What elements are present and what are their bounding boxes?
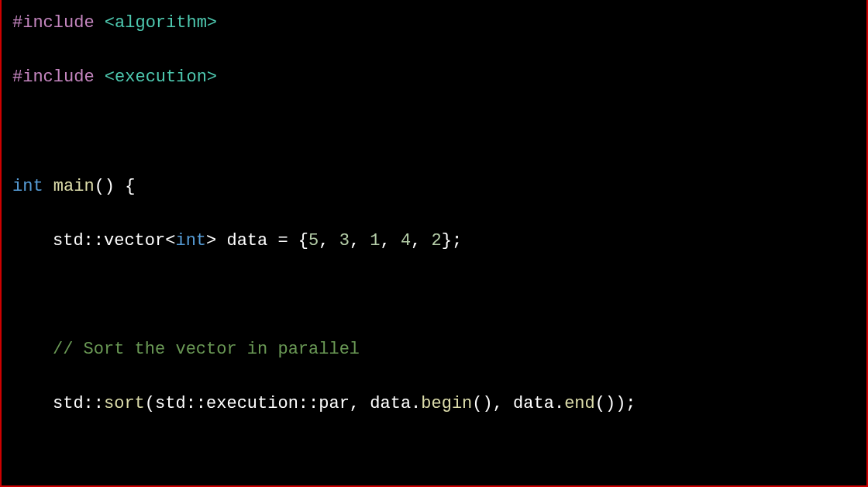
keyword: int — [12, 177, 43, 196]
text: std::vector< — [53, 231, 175, 250]
comment: // Sort the vector in parallel — [53, 340, 360, 359]
text: () { — [95, 177, 136, 196]
number: 5 — [308, 231, 319, 250]
code-line-8: std::sort(std::execution::par, data.begi… — [12, 390, 856, 417]
preprocessor-directive: #include — [12, 13, 105, 33]
function-name: main — [53, 177, 95, 196]
code-line-6 — [12, 281, 856, 309]
code-block: #include <algorithm> #include <execution… — [12, 9, 856, 487]
number: 2 — [432, 231, 442, 250]
number: 1 — [370, 231, 380, 250]
text: ()); — [595, 394, 636, 413]
preprocessor-directive: #include — [12, 67, 105, 87]
code-line-1: #include <algorithm> — [12, 9, 856, 36]
text: , — [381, 231, 401, 250]
function-name: sort — [104, 394, 145, 413]
text: std:: — [53, 394, 104, 413]
code-line-3 — [12, 118, 856, 145]
text: }; — [442, 231, 462, 250]
code-line-2: #include <execution> — [12, 64, 856, 91]
header-name: <algorithm> — [105, 13, 217, 33]
text: , — [350, 231, 370, 250]
text: (), data. — [472, 394, 564, 413]
keyword: int — [175, 231, 206, 250]
text: > data = { — [206, 231, 308, 250]
code-line-7: // Sort the vector in parallel — [12, 336, 856, 363]
text: (std::execution::par, data. — [145, 394, 421, 413]
text: , — [319, 231, 339, 250]
function-name: end — [564, 394, 595, 413]
function-name: begin — [421, 394, 472, 413]
code-line-4: int main() { — [12, 173, 856, 200]
number: 4 — [401, 231, 411, 250]
number: 3 — [339, 231, 350, 250]
header-name: <execution> — [105, 67, 217, 87]
code-line-5: std::vector<int> data = {5, 3, 1, 4, 2}; — [12, 227, 856, 254]
text: , — [411, 231, 431, 250]
text — [43, 177, 53, 196]
code-line-9 — [12, 445, 856, 472]
